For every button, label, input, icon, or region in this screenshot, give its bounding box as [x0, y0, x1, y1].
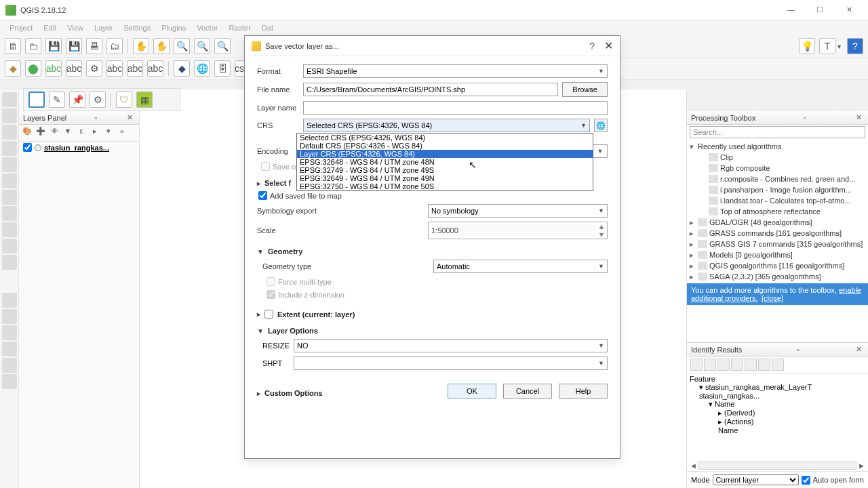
extent-checkbox[interactable]	[264, 310, 273, 319]
processing-close-icon[interactable]: ✕	[854, 113, 864, 122]
identify-derived[interactable]: ▸ (Derived)	[690, 409, 865, 418]
id-tool-icon[interactable]	[731, 359, 743, 371]
layername-input[interactable]	[303, 101, 608, 115]
zoom-in-icon[interactable]: 🔍	[174, 38, 190, 54]
filter-icon[interactable]: ▼	[62, 127, 74, 139]
plugin2-icon[interactable]	[2, 358, 17, 373]
algo-item[interactable]: Rgb composite	[720, 163, 770, 174]
menu-edit[interactable]: Edit	[38, 24, 62, 32]
algo-item[interactable]: i.pansharpen - Image fusion algorithm...	[720, 184, 852, 195]
vector-layer-icon[interactable]: ◆	[5, 60, 21, 77]
processing-dock-icon[interactable]: ▫	[802, 114, 808, 122]
layer-options-header[interactable]: ▼Layer Options	[257, 327, 608, 335]
label-icon[interactable]: abc	[45, 60, 62, 77]
pan-icon[interactable]: ✋	[133, 38, 149, 54]
add-postgis-icon[interactable]	[2, 125, 17, 140]
shpt-select[interactable]: ▼	[294, 357, 608, 370]
help-icon[interactable]: ?	[847, 38, 863, 54]
format-select[interactable]: ESRI Shapefile▼	[303, 64, 608, 78]
gps-icon[interactable]	[2, 309, 17, 324]
save-as-icon[interactable]: 💾	[66, 38, 82, 54]
menu-view[interactable]: View	[62, 24, 89, 32]
db-icon[interactable]: 🗄	[214, 60, 231, 77]
add-vector-icon[interactable]	[2, 92, 17, 107]
crs-picker-icon[interactable]: 🌐	[594, 119, 608, 132]
add-raster-icon[interactable]	[2, 108, 17, 123]
text-tool-icon[interactable]: T	[819, 38, 835, 54]
identify-layer[interactable]: ▾ stasiun_rangkas_merak_LayerT stasiun_r…	[690, 383, 865, 400]
identify-attr[interactable]: Name	[690, 426, 865, 434]
expand-icon[interactable]: ▸	[89, 127, 101, 139]
id-tool-icon[interactable]	[690, 359, 703, 371]
add-spatialite-icon[interactable]	[2, 141, 17, 156]
help-button[interactable]: Help	[559, 384, 608, 399]
resize-select[interactable]: NO▼	[294, 339, 608, 352]
badge-icon[interactable]: 🛡	[116, 92, 132, 108]
crs-dropdown-list[interactable]: Selected CRS (EPSG:4326, WGS 84) Default…	[296, 133, 593, 191]
algo-group[interactable]: Models [0 geoalgorithms]	[709, 249, 793, 260]
algo-group[interactable]: GRASS GIS 7 commands [315 geoalgorithms]	[709, 239, 863, 249]
algo-group[interactable]: QGIS geoalgorithms [116 geoalgorithms]	[709, 260, 844, 271]
collapse-icon[interactable]: ▾	[102, 127, 115, 139]
layers-panel-dock-icon[interactable]: ▫	[92, 114, 99, 122]
more-icon[interactable]: »	[116, 127, 128, 139]
dialog-help-icon[interactable]: ?	[589, 41, 595, 52]
style-icon[interactable]: ⬤	[25, 60, 41, 77]
identify-close-icon[interactable]: ✕	[854, 345, 864, 354]
algo-group[interactable]: SAGA (2.3.2) [365 geoalgorithms]	[709, 271, 821, 282]
add-wms-icon[interactable]	[2, 190, 17, 205]
mode-select[interactable]: Current layer	[713, 474, 799, 485]
gear-icon[interactable]: ⚙	[86, 60, 102, 77]
ok-button[interactable]: OK	[448, 384, 496, 399]
add-group-icon[interactable]: ➕	[35, 127, 47, 139]
algo-group[interactable]: GRASS commands [161 geoalgorithms]	[709, 228, 842, 239]
id-tool-icon[interactable]	[745, 359, 757, 371]
add-saved-checkbox[interactable]	[258, 191, 267, 200]
add-wcs-icon[interactable]	[2, 206, 17, 221]
algo-item[interactable]: r.composite - Combines red, green and...	[720, 174, 855, 184]
auto-open-form[interactable]: Auto open form	[802, 476, 864, 485]
new-project-icon[interactable]: 🗎	[5, 38, 21, 54]
abc3-icon[interactable]: abc	[127, 60, 143, 77]
browse-button[interactable]: Browse	[562, 82, 608, 97]
crs-option[interactable]: EPSG:32648 - WGS 84 / UTM zone 48N	[297, 158, 593, 166]
zoom-native-icon[interactable]: 🔍	[214, 38, 231, 54]
green-tool-icon[interactable]: ▦	[136, 92, 153, 108]
id-tool-icon[interactable]	[704, 359, 716, 371]
menu-database[interactable]: Dat	[256, 24, 279, 32]
tips-icon[interactable]: 💡	[799, 38, 815, 54]
add-mssql-icon[interactable]	[2, 157, 17, 172]
extent-header[interactable]: ▸ Extent (current: layer)	[257, 310, 608, 319]
composer-manager-icon[interactable]: 🗂	[106, 38, 123, 54]
minimize-button[interactable]: —	[777, 5, 804, 14]
symbology-select[interactable]: No symbology▼	[428, 204, 608, 218]
algo-item[interactable]: i.landsat.toar - Calculates top-of-atmo.…	[720, 195, 851, 206]
style-box-icon[interactable]	[28, 92, 45, 108]
visibility-icon[interactable]: 👁	[48, 127, 60, 139]
globe-icon[interactable]: 🌐	[194, 60, 210, 77]
crs-option[interactable]: Layer CRS (EPSG:4326, WGS 84)	[297, 150, 593, 158]
menu-layer[interactable]: Layer	[89, 24, 119, 32]
menu-vector[interactable]: Vector	[191, 24, 223, 32]
abc4-icon[interactable]: abc	[147, 60, 163, 77]
crs-option[interactable]: Default CRS (EPSG:4326 - WGS 84)	[297, 142, 593, 150]
new-geopackage-icon[interactable]	[2, 293, 17, 308]
menu-plugins[interactable]: Plugins	[156, 24, 191, 32]
menu-project[interactable]: Project	[4, 24, 38, 32]
style-dock-icon[interactable]: 🎨	[21, 127, 33, 139]
layers-panel-close-icon[interactable]: ✕	[125, 113, 135, 122]
add-oracle-icon[interactable]	[2, 174, 17, 188]
add-csv-icon[interactable]	[2, 239, 17, 253]
identify-dock-icon[interactable]: ▫	[795, 346, 802, 354]
filename-input[interactable]	[303, 83, 558, 96]
open-project-icon[interactable]: 🗀	[25, 38, 41, 54]
h-scrollbar[interactable]	[698, 462, 856, 470]
maximize-button[interactable]: ☐	[806, 5, 833, 14]
processing-tree[interactable]: ▾Recently used algorithms Clip Rgb compo…	[687, 140, 868, 283]
print-composer-icon[interactable]: 🖶	[86, 38, 102, 54]
pin-icon[interactable]: 📌	[69, 92, 85, 108]
plugin1-icon[interactable]	[2, 342, 17, 357]
virtual-layer-icon[interactable]	[2, 255, 17, 270]
encoding-select-arrow[interactable]: ▼	[593, 144, 608, 158]
geometry-type-select[interactable]: Automatic▼	[433, 260, 608, 273]
